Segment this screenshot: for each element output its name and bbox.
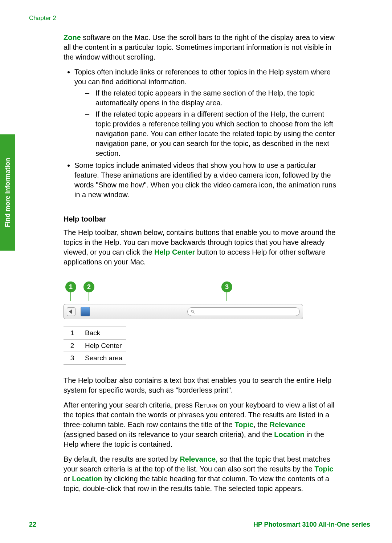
ps-end: by clicking the table heading for that c… (64, 475, 329, 493)
location-link-2[interactable]: Location (72, 475, 102, 483)
chapter-label: Chapter 2 (29, 15, 370, 22)
toolbar-image (64, 304, 303, 319)
textbox-paragraph: The Help toolbar also contains a text bo… (64, 376, 338, 395)
bullet-topics-text: Topics often include links or references… (74, 68, 331, 86)
legend-label: Search area (81, 352, 126, 365)
location-link[interactable]: Location (274, 430, 304, 438)
relevance-link-2[interactable]: Relevance (180, 455, 216, 463)
list-item: If the related topic appears in a differ… (85, 109, 338, 158)
page-number: 22 (29, 521, 36, 528)
callout-1: 1 (65, 281, 76, 292)
pa-pre: After entering your search criteria, pre… (64, 401, 195, 409)
side-tab-text: Find more information (4, 158, 12, 227)
help-center-icon[interactable] (81, 307, 90, 316)
intro-paragraph: Zone software on the Mac. Use the scroll… (64, 33, 338, 62)
table-row: 3 Search area (64, 352, 126, 365)
toolbar-diagram: 1 2 3 (64, 278, 338, 319)
list-item: If the related topic appears in the same… (85, 88, 338, 108)
svg-point-0 (191, 310, 193, 312)
zone-link[interactable]: Zone (64, 33, 81, 41)
callout-row: 1 2 3 (64, 278, 338, 296)
sort-paragraph: By default, the results are sorted by Re… (64, 454, 338, 494)
search-field[interactable] (187, 307, 300, 316)
side-tab: Find more information (0, 134, 15, 251)
ps-or: or (64, 475, 72, 483)
callout-2: 2 (83, 281, 94, 292)
relevance-link[interactable]: Relevance (270, 421, 306, 429)
help-toolbar-heading: Help toolbar (64, 214, 338, 224)
sub-a-text: If the related topic appears in the same… (95, 89, 315, 107)
search-icon (191, 309, 195, 314)
topic-link[interactable]: Topic (234, 421, 253, 429)
legend-label: Back (81, 327, 126, 340)
list-item: Some topics include animated videos that… (74, 161, 338, 200)
help-toolbar-paragraph: The Help toolbar, shown below, contains … (64, 228, 338, 267)
svg-line-1 (193, 312, 195, 314)
topic-link-2[interactable]: Topic (314, 465, 333, 473)
bullet-video-text: Some topics include animated videos that… (74, 161, 336, 199)
after-enter-paragraph: After entering your search criteria, pre… (64, 400, 338, 449)
callout-3: 3 (221, 281, 232, 292)
table-row: 2 Help Center (64, 339, 126, 352)
ps-pre: By default, the results are sorted by (64, 455, 180, 463)
legend-table: 1 Back 2 Help Center 3 Search area (64, 327, 126, 365)
pa-mid2: (assigned based on its relevance to your… (64, 430, 274, 438)
product-name: HP Photosmart 3100 All-in-One series (253, 521, 370, 528)
return-key: Return (195, 401, 217, 409)
legend-label: Help Center (81, 339, 126, 352)
list-item: Topics often include links or references… (74, 67, 338, 158)
table-row: 1 Back (64, 327, 126, 340)
legend-num: 3 (64, 352, 81, 365)
sub-b-text: If the related topic appears in a differ… (95, 110, 335, 157)
back-button-icon[interactable] (67, 307, 75, 316)
intro-rest: software on the Mac. Use the scroll bars… (64, 33, 335, 61)
help-center-link[interactable]: Help Center (154, 248, 195, 256)
legend-num: 1 (64, 327, 81, 340)
top-bullet-list: Topics often include links or references… (64, 67, 338, 200)
sub-bullet-list: If the related topic appears in the same… (74, 88, 338, 158)
document-page: Chapter 2 Find more information Zone sof… (0, 0, 392, 543)
main-content: Zone software on the Mac. Use the scroll… (64, 33, 338, 494)
page-footer: 22 HP Photosmart 3100 All-in-One series (29, 521, 370, 528)
legend-num: 2 (64, 339, 81, 352)
pa-comma: , the (253, 421, 269, 429)
